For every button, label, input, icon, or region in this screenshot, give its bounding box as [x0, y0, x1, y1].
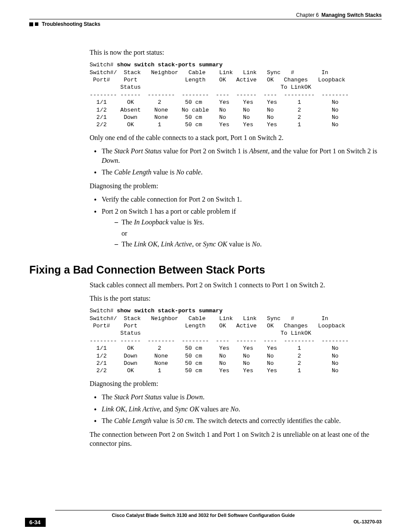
- list-item: The In Loopback value is Yes.: [109, 218, 382, 227]
- body-text: This is now the port status:: [90, 48, 382, 57]
- cli-command: show switch stack-ports summary: [117, 308, 222, 314]
- main-content: This is now the port status: Switch# sho…: [90, 48, 382, 249]
- section-heading: Fixing a Bad Connection Between Stack Po…: [29, 264, 382, 276]
- cli-table: Switch#/ Stack Neighbor Cable Link Link …: [90, 315, 349, 374]
- book-title: Cisco Catalyst Blade Switch 3130 and 303…: [112, 513, 295, 518]
- bullet-list: The Stack Port Status value for Port 2 o…: [90, 146, 382, 177]
- chapter-label: Chapter 6: [296, 12, 319, 18]
- square-bullet-icon: [29, 22, 33, 26]
- list-item: Link OK, Link Active, and Sync OK values…: [90, 404, 382, 414]
- cli-output: Switch# show switch stack-ports summary …: [90, 61, 382, 129]
- body-text: The connection between Port 2 on Switch …: [90, 430, 382, 448]
- or-separator: or: [121, 229, 382, 238]
- breadcrumb: Troubleshooting Stacks: [29, 21, 382, 27]
- bullet-list: The Stack Port Status value is Down. Lin…: [90, 392, 382, 426]
- cli-prompt: Switch#: [90, 62, 117, 68]
- doc-number: OL-13270-03: [354, 519, 382, 524]
- list-item: Port 2 on Switch 1 has a port or cable p…: [90, 207, 382, 249]
- body-text: Diagnosing the problem:: [90, 379, 382, 388]
- running-header: Chapter 6 Managing Switch Stacks: [29, 12, 382, 18]
- list-item: The Stack Port Status value is Down.: [90, 392, 382, 402]
- list-item: The Cable Length value is 50 cm. The swi…: [90, 416, 382, 426]
- cli-command: show switch stack-ports summary: [117, 62, 222, 68]
- body-text: Diagnosing the problem:: [90, 181, 382, 190]
- main-content: Stack cables connect all members. Port 2…: [90, 280, 382, 448]
- footer-rule: [55, 510, 382, 510]
- body-text: Stack cables connect all members. Port 2…: [90, 280, 382, 289]
- header-rule: [29, 19, 382, 19]
- chapter-title: Managing Switch Stacks: [321, 12, 382, 18]
- list-item: Verify the cable connection for Port 2 o…: [90, 195, 382, 204]
- list-item: The Stack Port Status value for Port 2 o…: [90, 146, 382, 165]
- sub-bullet-list: The Link OK, Link Active, or Sync OK val…: [109, 240, 382, 249]
- page-footer: Cisco Catalyst Blade Switch 3130 and 303…: [25, 510, 382, 519]
- square-bullet-icon: [35, 22, 38, 26]
- section-crumb: Troubleshooting Stacks: [42, 21, 100, 27]
- body-text: Only one end of the cable connects to a …: [90, 133, 382, 142]
- cli-output: Switch# show switch stack-ports summary …: [90, 307, 382, 375]
- body-text: This is the port status:: [90, 294, 382, 303]
- cli-table: Switch#/ Stack Neighbor Cable Link Link …: [90, 69, 349, 128]
- bullet-list: Verify the cable connection for Port 2 o…: [90, 195, 382, 249]
- sub-bullet-list: The In Loopback value is Yes.: [109, 218, 382, 227]
- page-number-badge: 6-34: [25, 518, 46, 527]
- list-item: The Cable Length value is No cable.: [90, 168, 382, 177]
- cli-prompt: Switch#: [90, 308, 117, 314]
- list-item: The Link OK, Link Active, or Sync OK val…: [109, 240, 382, 249]
